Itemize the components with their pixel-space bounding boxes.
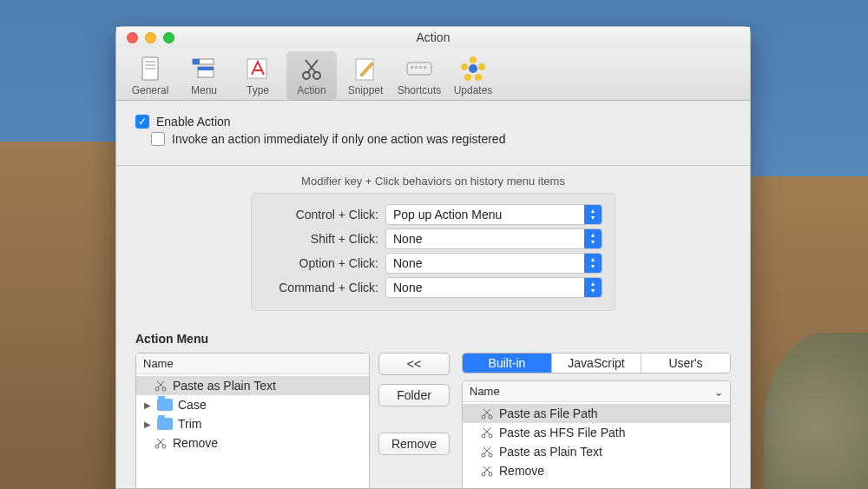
svg-rect-16: [411, 66, 413, 69]
svg-point-20: [469, 64, 477, 73]
chevron-updown-icon: ▴▾: [584, 229, 602, 248]
svg-point-42: [482, 453, 485, 457]
move-left-button[interactable]: <<: [378, 353, 450, 375]
tab-label: JavaScript: [568, 356, 624, 370]
svg-line-13: [306, 60, 316, 73]
keyboard-icon: [405, 55, 433, 83]
svg-point-46: [482, 472, 485, 476]
list-item[interactable]: Paste as Plain Text: [463, 442, 730, 461]
list-item[interactable]: ▶ Case: [136, 395, 369, 414]
svg-point-25: [461, 63, 468, 70]
item-label: Remove: [499, 464, 544, 478]
svg-rect-19: [424, 66, 426, 69]
svg-rect-1: [145, 61, 155, 63]
chevron-updown-icon: ▴▾: [584, 205, 602, 224]
item-label: Paste as Plain Text: [499, 445, 602, 459]
svg-line-33: [157, 439, 163, 445]
available-actions-list[interactable]: Name Paste as File Path Paste as HFS Fil…: [462, 380, 731, 488]
svg-rect-7: [198, 67, 214, 70]
tab-general[interactable]: General: [125, 51, 175, 100]
tab-builtin[interactable]: Built-in: [463, 354, 552, 373]
control-click-select[interactable]: Pop up Action Menu ▴▾: [385, 204, 602, 225]
remove-button[interactable]: Remove: [378, 433, 450, 455]
svg-rect-3: [145, 68, 155, 69]
toolbar: General Menu Type Action: [116, 48, 750, 101]
folder-button[interactable]: Folder: [378, 384, 450, 406]
svg-point-24: [464, 74, 471, 81]
tab-updates[interactable]: Updates: [448, 51, 498, 100]
svg-point-39: [489, 434, 492, 438]
disclosure-triangle-icon[interactable]: ▶: [143, 400, 152, 410]
option-click-select[interactable]: None ▴▾: [385, 253, 602, 274]
svg-point-11: [313, 72, 320, 79]
select-value: None: [393, 281, 422, 294]
action-menu-heading: Action Menu: [135, 332, 731, 346]
tab-users[interactable]: User's: [641, 354, 730, 373]
item-label: Paste as Plain Text: [173, 379, 276, 393]
content-area: Enable Action Invoke an action immediate…: [116, 101, 750, 488]
disclosure-triangle-icon[interactable]: ▶: [143, 420, 152, 429]
enable-action-checkbox[interactable]: [135, 115, 149, 129]
invoke-immediate-checkbox[interactable]: [151, 132, 165, 146]
tab-label: User's: [668, 356, 702, 370]
tab-javascript[interactable]: JavaScript: [552, 354, 641, 373]
page-icon: [136, 55, 164, 83]
svg-point-10: [303, 72, 310, 79]
svg-rect-18: [419, 66, 422, 69]
list-item[interactable]: Paste as HFS File Path: [463, 423, 730, 442]
svg-point-27: [162, 387, 166, 391]
preferences-window: Action General Menu Type: [115, 26, 751, 489]
tab-label: Menu: [191, 84, 217, 96]
invoke-immediate-label: Invoke an action immediately if only one…: [172, 132, 505, 146]
tab-label: Type: [247, 84, 269, 96]
column-header: Name: [470, 385, 500, 398]
svg-line-45: [483, 447, 490, 453]
svg-line-49: [483, 466, 490, 472]
scissors-icon: [298, 55, 326, 83]
tab-snippet[interactable]: Snippet: [340, 51, 391, 100]
list-header[interactable]: Name: [463, 381, 730, 402]
svg-rect-5: [193, 59, 200, 64]
scissors-icon: [480, 426, 494, 439]
svg-rect-17: [415, 66, 418, 69]
menu-icon: [190, 55, 218, 83]
list-item[interactable]: Paste as Plain Text: [136, 376, 369, 395]
sort-caret-icon[interactable]: [714, 385, 723, 398]
column-header: Name: [143, 357, 174, 370]
svg-point-38: [482, 434, 485, 438]
svg-rect-2: [145, 64, 155, 66]
select-value: None: [393, 256, 422, 270]
svg-line-28: [158, 381, 164, 387]
list-item[interactable]: Paste as File Path: [463, 404, 730, 423]
tab-type[interactable]: Type: [233, 51, 283, 100]
titlebar: Action: [116, 27, 750, 48]
select-value: None: [393, 232, 422, 246]
folder-icon: [157, 399, 173, 411]
tab-action[interactable]: Action: [286, 51, 337, 100]
list-item[interactable]: ▶ Trim: [136, 414, 369, 433]
svg-point-26: [155, 387, 159, 391]
modifier-section-title: Modifier key + Click behaviors on histor…: [116, 175, 750, 188]
list-item[interactable]: Remove: [463, 461, 730, 480]
svg-point-47: [489, 472, 492, 476]
tab-label: Updates: [454, 84, 493, 96]
action-menu-list[interactable]: Name Paste as Plain Text ▶: [135, 353, 370, 488]
svg-line-41: [483, 428, 490, 434]
folder-icon: [157, 418, 173, 430]
shift-click-select[interactable]: None ▴▾: [385, 228, 602, 249]
list-header[interactable]: Name: [136, 354, 369, 374]
item-label: Trim: [178, 417, 201, 431]
tab-shortcuts[interactable]: Shortcuts: [394, 51, 444, 100]
tab-label: Built-in: [489, 356, 526, 370]
tab-label: Action: [297, 84, 326, 96]
svg-line-12: [307, 60, 318, 73]
tab-menu[interactable]: Menu: [179, 51, 229, 100]
scissors-icon: [480, 407, 494, 420]
command-click-label: Command + Click:: [264, 281, 385, 294]
list-item[interactable]: Remove: [136, 433, 369, 453]
command-click-select[interactable]: None ▴▾: [385, 277, 602, 298]
item-label: Remove: [173, 436, 218, 450]
svg-line-32: [158, 439, 164, 445]
svg-point-30: [155, 445, 159, 448]
svg-point-34: [482, 415, 485, 419]
